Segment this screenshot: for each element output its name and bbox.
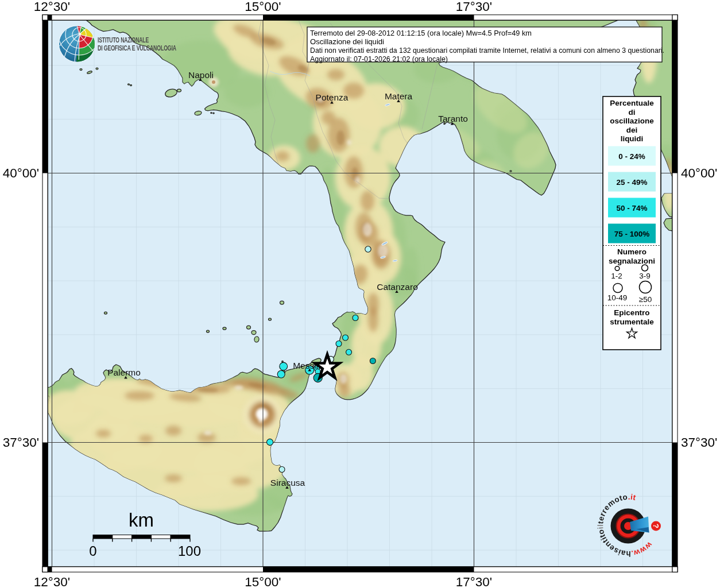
svg-text:Siracusa: Siracusa <box>270 478 305 488</box>
svg-text:Napoli: Napoli <box>188 70 214 80</box>
svg-text:Oscillazione dei liquidi: Oscillazione dei liquidi <box>310 37 384 46</box>
svg-text:Potenza: Potenza <box>316 92 349 102</box>
svg-text:37°30': 37°30' <box>681 435 717 450</box>
svg-text:12°30': 12°30' <box>34 0 70 14</box>
svg-text:0: 0 <box>89 543 96 559</box>
svg-text:Palermo: Palermo <box>107 368 141 377</box>
svg-text:17°30': 17°30' <box>456 0 492 14</box>
svg-text:DI GEOFISICA E VULCANOLOGIA: DI GEOFISICA E VULCANOLOGIA <box>98 44 177 52</box>
svg-text:17°30': 17°30' <box>456 575 492 588</box>
svg-text:liquidi: liquidi <box>621 134 644 143</box>
svg-text:15°00': 15°00' <box>245 0 281 14</box>
svg-text:0 - 24%: 0 - 24% <box>618 152 645 161</box>
svg-text:ISTITUTO NAZIONALE: ISTITUTO NAZIONALE <box>98 36 149 44</box>
svg-text:oscillazione: oscillazione <box>610 117 654 125</box>
svg-text:75 - 100%: 75 - 100% <box>614 230 650 238</box>
svg-text:Dati non verificati estratti d: Dati non verificati estratti da 132 ques… <box>310 46 664 55</box>
svg-text:Terremoto del 29-08-2012 01:12: Terremoto del 29-08-2012 01:12:15 (ora l… <box>310 29 532 37</box>
svg-text:40°00': 40°00' <box>681 166 717 180</box>
svg-text:Catanzaro: Catanzaro <box>377 282 418 292</box>
svg-text:1-2: 1-2 <box>611 272 622 280</box>
svg-text:?: ? <box>652 524 660 528</box>
svg-text:50 - 74%: 50 - 74% <box>616 204 647 212</box>
svg-text:12°30': 12°30' <box>34 575 70 588</box>
svg-text:Percentuale: Percentuale <box>610 99 654 107</box>
svg-text:10-49: 10-49 <box>607 293 628 302</box>
svg-text:Numero: Numero <box>617 247 647 256</box>
svg-text:37°30': 37°30' <box>3 435 39 450</box>
svg-text:strumentale: strumentale <box>610 318 654 326</box>
svg-text:Matera: Matera <box>385 91 413 101</box>
svg-text:km: km <box>129 509 154 531</box>
svg-text:15°00': 15°00' <box>245 575 281 588</box>
svg-text:25 - 49%: 25 - 49% <box>616 178 647 187</box>
svg-text:Epicentro: Epicentro <box>614 308 649 317</box>
svg-text:40°00': 40°00' <box>3 166 39 180</box>
svg-text:Taranto: Taranto <box>438 114 468 123</box>
svg-text:3-9: 3-9 <box>639 272 651 280</box>
svg-text:di: di <box>629 108 636 117</box>
svg-text:segnalazioni: segnalazioni <box>609 257 655 265</box>
svg-text:≥50: ≥50 <box>639 295 652 304</box>
svg-text:Aggiornato il: 07-01-2026 21:0: Aggiornato il: 07-01-2026 21:02 (ora loc… <box>310 55 448 63</box>
svg-text:100: 100 <box>178 543 201 559</box>
svg-text:dei: dei <box>626 126 638 134</box>
